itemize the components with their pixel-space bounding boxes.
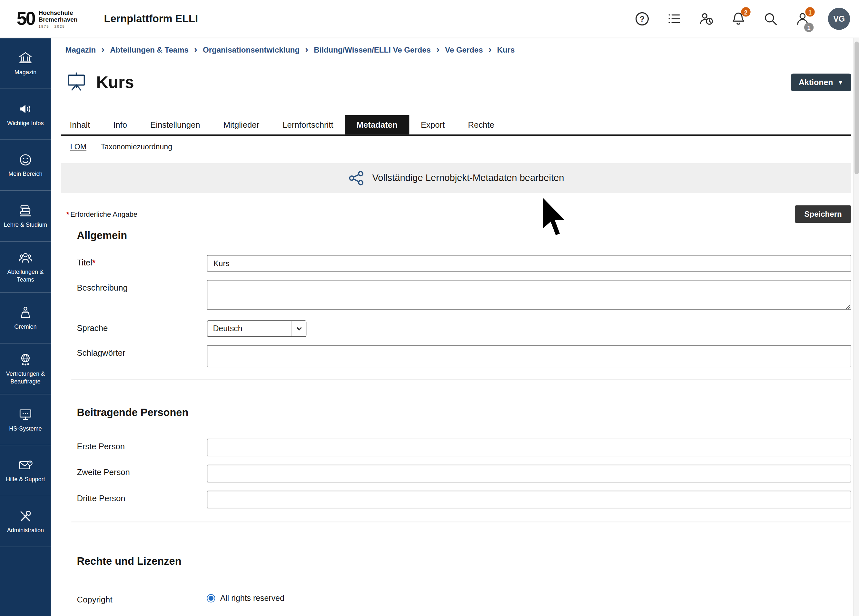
search-icon: [762, 11, 778, 27]
breadcrumb-item-magazin[interactable]: Magazin: [65, 45, 96, 54]
page-title: Kurs: [96, 73, 134, 92]
erste-person-label: Erste Person: [77, 439, 207, 457]
breadcrumb-item-bildung-wissen[interactable]: Bildung/Wissen/ELLI Ve Gerdes: [314, 45, 431, 54]
actions-button[interactable]: Aktionen ▼: [791, 73, 851, 91]
copyright-radio[interactable]: [207, 594, 216, 602]
form-row-sprache: Sprache Deutsch: [77, 320, 851, 337]
tab-metadaten[interactable]: Metadaten: [345, 115, 409, 134]
dritte-person-label: Dritte Person: [77, 491, 207, 508]
erste-person-control: [207, 439, 851, 457]
sidebar-item-hs-systeme[interactable]: HS-Systeme: [0, 394, 51, 446]
globe-people-icon: [19, 352, 33, 367]
form-row-erste-person: Erste Person: [77, 439, 851, 457]
save-button[interactable]: Speichern: [795, 205, 851, 223]
logo-text: Hochschule Bremerhaven 1975 - 2025: [39, 10, 78, 28]
metadata-form: Allgemein Titel* Beschreibung: [61, 230, 851, 604]
sidebar-item-label: Abteilungen & Teams: [2, 268, 49, 283]
tab-export[interactable]: Export: [409, 115, 456, 134]
todo-list-icon: [667, 11, 682, 27]
logo-name-line2: Bremerhaven: [39, 16, 78, 23]
zweite-person-control: [207, 465, 851, 483]
subtab-taxonomiezuordnung[interactable]: Taxonomiezuordnung: [101, 143, 172, 151]
tab-mitglieder[interactable]: Mitglieder: [212, 115, 271, 134]
chevron-right-icon: ›: [194, 45, 197, 54]
actions-button-label: Aktionen: [799, 78, 833, 87]
section-title-beitragende: Beitragende Personen: [77, 407, 851, 419]
sidebar-item-magazin[interactable]: Magazin: [0, 38, 51, 89]
breadcrumb-item-organisationsentwicklung[interactable]: Organisationsentwicklung: [203, 45, 300, 54]
form-row-schlagwoerter: Schlagwörter: [77, 345, 851, 367]
sidebar-item-vertretungen-beauftragte[interactable]: Vertretungen & Beauftragte: [0, 344, 51, 394]
breadcrumb-item-abteilungen-teams[interactable]: Abteilungen & Teams: [110, 45, 189, 54]
todo-list-button[interactable]: [665, 10, 683, 28]
sidebar: Magazin Wichtige Infos Mein Bereich Lehr…: [0, 38, 51, 616]
tab-rechte[interactable]: Rechte: [456, 115, 506, 134]
scrollbar-thumb[interactable]: [854, 42, 859, 175]
lectern-icon: [19, 305, 33, 320]
mail-help-icon: ?: [19, 458, 33, 472]
sidebar-item-lehre-studium[interactable]: Lehre & Studium: [0, 191, 51, 242]
chevron-down-icon: [292, 321, 306, 336]
awareness-button[interactable]: [697, 10, 715, 28]
beschreibung-textarea[interactable]: [207, 280, 851, 310]
required-note: *Erforderliche Angabe: [66, 210, 137, 218]
contacts-new-badge: 1: [805, 7, 815, 16]
sidebar-item-gremien[interactable]: Gremien: [0, 292, 51, 344]
copyright-label: Copyright: [77, 592, 207, 604]
form-row-titel: Titel*: [77, 255, 851, 272]
required-asterisk: *: [92, 258, 95, 267]
edit-full-metadata-banner[interactable]: Vollständige Lernobjekt-Metadaten bearbe…: [61, 163, 851, 193]
sidebar-item-label: Gremien: [14, 323, 36, 330]
sidebar-item-label: Administration: [7, 526, 44, 534]
erste-person-input[interactable]: [207, 439, 851, 457]
smiley-icon: [19, 153, 33, 167]
section-divider: [71, 522, 851, 522]
required-note-text: Erforderliche Angabe: [70, 210, 137, 218]
tab-einstellungen[interactable]: Einstellungen: [139, 115, 212, 134]
tab-inhalt[interactable]: Inhalt: [61, 115, 102, 134]
sidebar-item-abteilungen-teams[interactable]: Abteilungen & Teams: [0, 242, 51, 293]
title-row: Kurs Aktionen ▼: [61, 70, 851, 95]
sprache-control: Deutsch: [207, 320, 851, 337]
sidebar-item-hilfe-support[interactable]: ? Hilfe & Support: [0, 446, 51, 496]
breadcrumb-item-kurs[interactable]: Kurs: [497, 45, 515, 54]
topbar-actions: ? 2 1 1 VG: [633, 8, 850, 30]
contacts-button[interactable]: 1 1: [793, 10, 811, 28]
search-button[interactable]: [762, 10, 779, 28]
vertical-scrollbar: [854, 38, 859, 616]
dritte-person-input[interactable]: [207, 491, 851, 508]
titel-label: Titel*: [77, 255, 207, 272]
tab-info[interactable]: Info: [102, 115, 139, 134]
notifications-button[interactable]: 2: [729, 10, 747, 28]
sidebar-item-label: Lehre & Studium: [4, 221, 47, 229]
svg-text:?: ?: [29, 461, 31, 465]
top-bar: 50 Hochschule Bremerhaven 1975 - 2025 Le…: [0, 0, 859, 38]
breadcrumb-item-ve-gerdes[interactable]: Ve Gerdes: [445, 45, 483, 54]
sidebar-item-wichtige-infos[interactable]: Wichtige Infos: [0, 89, 51, 140]
titel-control: [207, 255, 851, 272]
sidebar-item-label: HS-Systeme: [9, 425, 42, 432]
sidebar-item-mein-bereich[interactable]: Mein Bereich: [0, 140, 51, 191]
tab-lernfortschritt[interactable]: Lernfortschritt: [271, 115, 345, 134]
sidebar-item-administration[interactable]: Administration: [0, 496, 51, 547]
schlagwoerter-input[interactable]: [207, 345, 851, 367]
form-row-dritte-person: Dritte Person: [77, 491, 851, 508]
zweite-person-input[interactable]: [207, 465, 851, 483]
main-content: Magazin › Abteilungen & Teams › Organisa…: [51, 38, 859, 616]
logo-years: 1975 - 2025: [39, 24, 78, 28]
avatar[interactable]: VG: [828, 8, 850, 30]
titel-input[interactable]: [207, 255, 851, 272]
user-clock-icon: [698, 11, 714, 27]
sprache-select[interactable]: Deutsch: [207, 320, 307, 337]
copyright-option[interactable]: All rights reserved: [207, 592, 851, 602]
app-logo[interactable]: 50 Hochschule Bremerhaven 1975 - 2025: [16, 10, 77, 28]
help-icon: ?: [636, 12, 649, 25]
people-icon: [19, 250, 33, 265]
sidebar-item-label: Vertretungen & Beauftragte: [2, 370, 49, 385]
help-button[interactable]: ?: [633, 10, 651, 28]
logo-50: 50: [16, 10, 34, 28]
building-icon: [19, 51, 33, 65]
caret-down-icon: ▼: [837, 79, 843, 86]
edit-full-metadata-label: Vollständige Lernobjekt-Metadaten bearbe…: [372, 172, 564, 183]
subtab-lom[interactable]: LOM: [70, 143, 86, 151]
